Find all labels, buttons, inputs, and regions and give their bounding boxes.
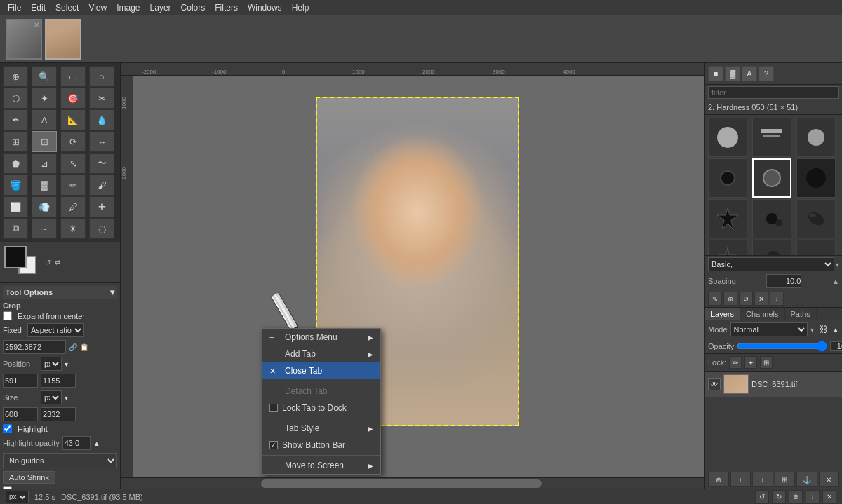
tool-align[interactable]: ⊞ <box>3 131 28 152</box>
tool-paintbrush[interactable]: 🖌 <box>89 175 114 196</box>
ctx-show-btn-checkbox[interactable]: ✓ <box>269 441 278 449</box>
brush-item-splat1[interactable] <box>752 199 791 238</box>
tool-scissors[interactable]: ✂ <box>89 88 114 109</box>
size-unit[interactable]: px <box>41 390 62 404</box>
layers-opacity-input[interactable] <box>830 341 842 351</box>
brush-to-image-btn[interactable]: ↓ <box>770 292 784 306</box>
layer-new-btn[interactable]: ⊕ <box>708 472 729 487</box>
tab-2[interactable] <box>45 19 81 60</box>
tab-layers[interactable]: Layers <box>705 308 740 320</box>
size-input[interactable] <box>3 340 66 354</box>
tool-perspective[interactable]: ⬟ <box>3 153 28 174</box>
tool-scale[interactable]: ⤡ <box>60 153 86 174</box>
tool-fuzzy-select[interactable]: ✦ <box>32 88 57 109</box>
brush-edit-btn[interactable]: ✎ <box>708 292 722 306</box>
panel-icon-color[interactable]: ■ <box>708 66 723 81</box>
brush-delete-btn[interactable]: ✕ <box>754 292 768 306</box>
tab-channels[interactable]: Channels <box>740 308 784 320</box>
brush-item-splat2[interactable] <box>796 199 836 238</box>
size-h-input[interactable] <box>41 407 76 421</box>
menu-filters[interactable]: Filters <box>210 1 243 14</box>
tool-heal[interactable]: ✚ <box>89 196 114 217</box>
tool-dodge[interactable]: ☀ <box>60 218 86 239</box>
position-unit[interactable]: px <box>41 357 62 371</box>
brush-item-star1[interactable] <box>708 199 747 238</box>
menu-view[interactable]: View <box>83 1 112 14</box>
expand-checkbox[interactable] <box>3 311 12 320</box>
menu-colors[interactable]: Colors <box>176 1 210 14</box>
statusbar-btn-3[interactable]: ⊕ <box>789 490 803 504</box>
highlight-opacity-input[interactable] <box>62 436 91 450</box>
lock-pixels-btn[interactable]: ✏ <box>729 356 742 369</box>
brush-category-select[interactable]: Basic, <box>708 257 834 271</box>
tool-rect-select[interactable]: ▭ <box>60 66 86 87</box>
tab-1[interactable]: ✕ <box>6 19 42 60</box>
tab-paths[interactable]: Paths <box>785 308 817 320</box>
ctx-lock-checkbox[interactable] <box>269 404 278 412</box>
guides-select[interactable]: No guides <box>3 453 117 468</box>
ctx-add-tab[interactable]: Add Tab ▶ <box>262 346 380 362</box>
tool-zoom[interactable]: 🔍 <box>32 66 57 87</box>
tool-gradient[interactable]: ▓ <box>32 175 57 196</box>
menu-windows[interactable]: Windows <box>243 1 287 14</box>
layer-eye-1[interactable]: 👁 <box>708 378 721 390</box>
tool-transform[interactable]: ⟳ <box>60 131 86 152</box>
brush-refresh-btn[interactable]: ↺ <box>739 292 753 306</box>
layer-delete-btn[interactable]: ✕ <box>819 472 840 487</box>
spacing-stepper-up[interactable]: ▲ <box>832 278 839 285</box>
tool-ellipse-select[interactable]: ○ <box>89 66 114 87</box>
ctx-show-button-bar[interactable]: ✓ Show Button Bar <box>262 437 380 454</box>
ctx-options-menu[interactable]: ≡ Options Menu ▶ <box>262 329 380 346</box>
ctx-close-tab[interactable]: ✕ Close Tab <box>262 362 380 379</box>
ctx-tab-style[interactable]: Tab Style ▶ <box>262 420 380 437</box>
ctx-move-to-screen[interactable]: Move to Screen ▶ <box>262 457 380 474</box>
menu-file[interactable]: File <box>3 1 26 14</box>
menu-help[interactable]: Help <box>287 1 314 14</box>
tool-clone[interactable]: ⧉ <box>3 218 28 239</box>
tool-ink[interactable]: 🖊 <box>60 196 86 217</box>
panel-icon-info[interactable]: ? <box>759 66 774 81</box>
tool-eraser[interactable]: ⬜ <box>3 196 28 217</box>
statusbar-btn-1[interactable]: ↺ <box>755 490 769 504</box>
brush-item-cloud1[interactable] <box>752 240 791 255</box>
brush-item-4[interactable] <box>708 158 747 198</box>
tool-shear[interactable]: ⊿ <box>32 153 57 174</box>
tool-warp[interactable]: 〜 <box>89 153 114 174</box>
brush-search-input[interactable] <box>708 86 839 99</box>
layer-down-btn[interactable]: ↓ <box>752 472 773 487</box>
panel-icon-gradient[interactable]: ▓ <box>725 66 740 81</box>
brush-item-2[interactable] <box>752 118 791 157</box>
tool-crop[interactable]: ⊡ <box>32 131 57 152</box>
layer-item-1[interactable]: 👁 DSC_6391.tif <box>705 372 842 397</box>
menu-layer[interactable]: Layer <box>145 1 176 14</box>
brush-item-cloud2[interactable] <box>796 240 836 255</box>
fixed-select[interactable]: Aspect ratio <box>27 323 84 337</box>
auto-shrink-btn[interactable]: Auto Shrink <box>3 471 55 484</box>
brush-item-3[interactable] <box>796 118 836 157</box>
brush-duplicate-btn[interactable]: ⊕ <box>723 292 737 306</box>
layers-mode-select[interactable]: Normal <box>730 322 808 336</box>
layers-opacity-slider[interactable] <box>737 341 827 351</box>
pos-x-input[interactable] <box>3 374 38 388</box>
foreground-color[interactable] <box>4 246 27 268</box>
brush-item-6[interactable] <box>796 158 836 198</box>
scrollbar-horizontal[interactable] <box>121 477 704 489</box>
layer-up-btn[interactable]: ↑ <box>730 472 751 487</box>
menu-select[interactable]: Select <box>51 1 83 14</box>
layer-duplicate-btn[interactable]: ⊞ <box>775 472 796 487</box>
brush-item-5-selected[interactable] <box>752 158 791 198</box>
tool-blur[interactable]: ◌ <box>89 218 114 239</box>
tool-text[interactable]: A <box>32 109 57 130</box>
tool-measure[interactable]: 📐 <box>60 109 86 130</box>
pos-y-input[interactable] <box>41 374 76 388</box>
tab-1-close[interactable]: ✕ <box>34 21 39 29</box>
tool-paths[interactable]: ✒ <box>3 109 28 130</box>
layer-anchor-btn[interactable]: ⚓ <box>796 472 817 487</box>
tool-smudge[interactable]: ~ <box>32 218 57 239</box>
tool-move[interactable]: ⊕ <box>3 66 28 87</box>
highlight-stepper[interactable]: ▲ <box>93 440 100 447</box>
spacing-input[interactable] <box>766 274 801 288</box>
canvas-background[interactable]: ≡ Options Menu ▶ Add Tab ▶ ✕ Close Tab <box>133 76 704 477</box>
statusbar-unit-select[interactable]: px <box>6 491 29 503</box>
tool-options-collapse[interactable]: ▾ <box>110 287 114 297</box>
